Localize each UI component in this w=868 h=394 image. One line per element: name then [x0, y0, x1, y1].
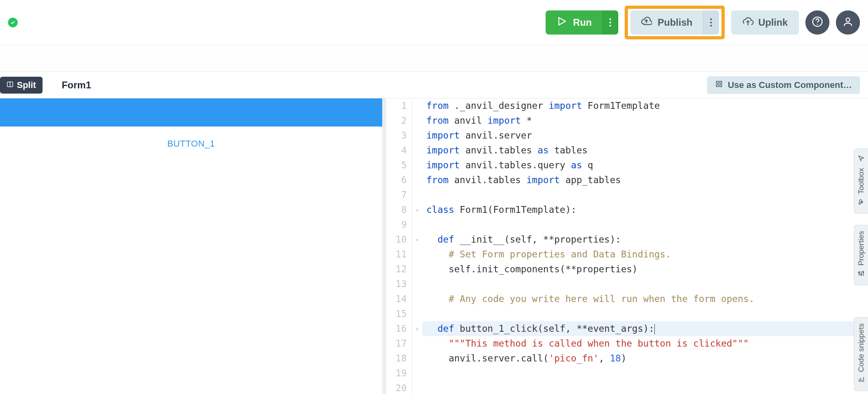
- toolbox-label: Toolbox: [857, 168, 866, 194]
- user-icon: [842, 16, 854, 29]
- line-number: 20: [386, 381, 407, 394]
- code-line[interactable]: [422, 306, 868, 321]
- form-tab[interactable]: Form1: [62, 80, 91, 91]
- main-content: BUTTON_1 1234567891011121314151617181920…: [0, 98, 868, 394]
- code-line[interactable]: [422, 217, 868, 232]
- line-number: 8: [386, 202, 407, 217]
- line-number: 3: [386, 128, 407, 143]
- fold-marker: [412, 306, 422, 321]
- fold-marker: [412, 188, 422, 202]
- sliders-icon: [858, 270, 865, 279]
- bars-icon: [858, 376, 865, 385]
- fold-marker: [412, 217, 422, 232]
- code-line[interactable]: class Form1(Form1Template):: [422, 202, 868, 217]
- account-button[interactable]: [836, 10, 860, 35]
- line-number: 7: [386, 188, 407, 202]
- publish-dropdown[interactable]: [703, 10, 719, 35]
- status-ok-icon: [8, 18, 18, 27]
- line-number: 14: [386, 292, 407, 306]
- code-line[interactable]: [422, 366, 868, 381]
- svg-point-9: [817, 24, 818, 24]
- svg-rect-14: [719, 81, 721, 83]
- fold-gutter: ▾▾▾: [412, 98, 422, 394]
- svg-point-6: [710, 25, 712, 27]
- button-1-component[interactable]: BUTTON_1: [167, 139, 215, 149]
- code-line[interactable]: """This method is called when the button…: [422, 336, 868, 351]
- properties-side-tab[interactable]: Properties: [854, 225, 868, 285]
- fold-marker[interactable]: ▾: [412, 232, 422, 247]
- top-toolbar: Run Publish U: [0, 0, 868, 45]
- line-number: 17: [386, 336, 407, 351]
- pointer-icon: [858, 155, 865, 164]
- line-number: 19: [386, 366, 407, 381]
- fold-marker: [412, 113, 422, 128]
- toolbox-side-tab[interactable]: Toolbox: [854, 149, 868, 214]
- fold-marker: [412, 381, 422, 394]
- uplink-button[interactable]: Uplink: [731, 10, 799, 35]
- code-line[interactable]: [422, 277, 868, 292]
- fold-marker[interactable]: ▾: [412, 202, 422, 217]
- svg-point-3: [609, 25, 611, 27]
- code-line[interactable]: from anvil import *: [422, 113, 868, 128]
- publish-button[interactable]: Publish: [630, 10, 703, 35]
- publish-button-group: Publish: [630, 10, 719, 35]
- line-number: 13: [386, 277, 407, 292]
- line-number: 2: [386, 113, 407, 128]
- fold-marker: [412, 247, 422, 262]
- help-icon: [812, 16, 823, 29]
- form-body: BUTTON_1: [0, 127, 382, 149]
- fold-marker[interactable]: ▾: [412, 321, 422, 336]
- split-label: Split: [17, 80, 36, 90]
- code-line[interactable]: def button_1_click(self, **event_args):: [422, 321, 868, 336]
- svg-point-1: [609, 18, 611, 20]
- publish-label: Publish: [658, 17, 693, 28]
- svg-point-10: [846, 18, 850, 22]
- code-line[interactable]: import anvil.tables.query as q: [422, 158, 868, 173]
- code-line[interactable]: [422, 188, 868, 202]
- run-button[interactable]: Run: [546, 10, 602, 35]
- fold-marker: [412, 292, 422, 306]
- publish-highlight: Publish: [625, 6, 725, 39]
- code-line[interactable]: # Any code you write here will run when …: [422, 292, 868, 306]
- code-line[interactable]: from ._anvil_designer import Form1Templa…: [422, 98, 868, 113]
- code-snippets-side-tab[interactable]: Code snippets: [854, 317, 868, 391]
- svg-rect-16: [719, 84, 721, 86]
- design-preview-pane[interactable]: BUTTON_1: [0, 98, 382, 394]
- run-label: Run: [573, 17, 592, 28]
- form-header-bar: [0, 98, 382, 127]
- line-number: 5: [386, 158, 407, 173]
- fold-marker: [412, 262, 422, 277]
- fold-marker: [412, 158, 422, 173]
- editor-tabs-bar: Split Form1 Use as Custom Component…: [0, 72, 868, 98]
- code-line[interactable]: # Set Form properties and Data Bindings.: [422, 247, 868, 262]
- svg-point-5: [710, 22, 712, 23]
- code-line[interactable]: import anvil.server: [422, 128, 868, 143]
- split-divider[interactable]: [382, 98, 386, 394]
- split-view-button[interactable]: Split: [0, 77, 43, 94]
- custom-component-label: Use as Custom Component…: [728, 80, 852, 90]
- run-dropdown[interactable]: [602, 10, 618, 35]
- code-line[interactable]: anvil.server.call('pico_fn', 18): [422, 351, 868, 366]
- line-number: 15: [386, 306, 407, 321]
- line-number: 4: [386, 143, 407, 158]
- line-number-gutter: 1234567891011121314151617181920: [386, 98, 412, 394]
- text-cursor: [654, 324, 655, 335]
- code-editor[interactable]: 1234567891011121314151617181920 ▾▾▾ from…: [386, 98, 868, 394]
- svg-rect-13: [716, 81, 718, 83]
- code-line[interactable]: import anvil.tables as tables: [422, 143, 868, 158]
- svg-rect-15: [716, 84, 718, 86]
- line-number: 11: [386, 247, 407, 262]
- line-number: 12: [386, 262, 407, 277]
- code-line[interactable]: def __init__(self, **properties):: [422, 232, 868, 247]
- fold-marker: [412, 143, 422, 158]
- code-line[interactable]: [422, 381, 868, 394]
- line-number: 6: [386, 173, 407, 188]
- code-body[interactable]: from ._anvil_designer import Form1Templa…: [422, 98, 868, 394]
- cloud-upload-icon: [641, 16, 652, 29]
- use-as-custom-component-button[interactable]: Use as Custom Component…: [707, 76, 860, 94]
- toolbar-right-group: Run Publish U: [546, 6, 860, 39]
- uplink-icon: [742, 16, 754, 29]
- code-line[interactable]: from anvil.tables import app_tables: [422, 173, 868, 188]
- code-line[interactable]: self.init_components(**properties): [422, 262, 868, 277]
- help-button[interactable]: [805, 10, 829, 35]
